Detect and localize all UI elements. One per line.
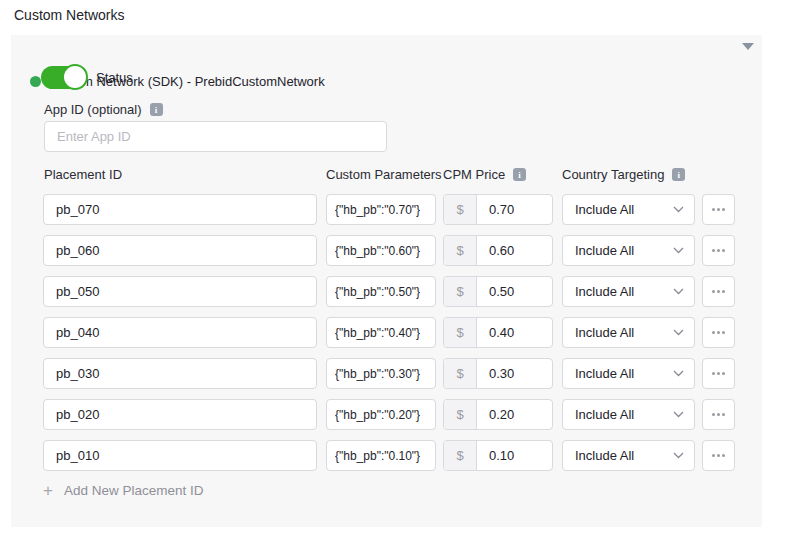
placement-row: $ Include All bbox=[43, 440, 735, 471]
chevron-down-icon bbox=[673, 206, 684, 213]
info-icon[interactable]: i bbox=[672, 168, 685, 181]
appid-label-row: App ID (optional) i bbox=[44, 102, 163, 117]
plus-icon: + bbox=[43, 482, 53, 499]
row-actions-button[interactable] bbox=[702, 276, 735, 307]
chevron-down-icon bbox=[673, 247, 684, 254]
placement-id-input[interactable] bbox=[43, 317, 317, 348]
currency-symbol: $ bbox=[444, 400, 477, 429]
ellipsis-icon bbox=[712, 249, 715, 252]
country-targeting-value: Include All bbox=[575, 202, 673, 217]
ellipsis-icon bbox=[712, 331, 715, 334]
cpm-price-input[interactable] bbox=[477, 441, 552, 470]
placement-row: $ Include All bbox=[43, 235, 735, 266]
custom-parameters-input[interactable] bbox=[326, 440, 436, 471]
placement-id-input[interactable] bbox=[43, 235, 317, 266]
currency-symbol: $ bbox=[444, 318, 477, 347]
currency-symbol: $ bbox=[444, 195, 477, 224]
country-targeting-select[interactable]: Include All bbox=[562, 235, 695, 266]
country-targeting-value: Include All bbox=[575, 243, 673, 258]
custom-parameters-input[interactable] bbox=[326, 276, 436, 307]
page-title: Custom Networks bbox=[14, 7, 124, 23]
custom-parameters-input[interactable] bbox=[326, 358, 436, 389]
custom-parameters-input[interactable] bbox=[326, 194, 436, 225]
country-targeting-select[interactable]: Include All bbox=[562, 317, 695, 348]
chevron-down-icon bbox=[673, 370, 684, 377]
country-targeting-value: Include All bbox=[575, 366, 673, 381]
placement-rows: $ Include All $ Include All bbox=[43, 194, 735, 481]
placement-id-input[interactable] bbox=[43, 194, 317, 225]
country-targeting-select[interactable]: Include All bbox=[562, 194, 695, 225]
cpm-price-input[interactable] bbox=[477, 359, 552, 388]
collapse-chevron-icon[interactable] bbox=[742, 43, 754, 50]
ellipsis-icon bbox=[712, 372, 715, 375]
country-targeting-select[interactable]: Include All bbox=[562, 276, 695, 307]
currency-symbol: $ bbox=[444, 236, 477, 265]
cpm-price-input[interactable] bbox=[477, 236, 552, 265]
cpm-price-input[interactable] bbox=[477, 318, 552, 347]
status-toggle-label: Status bbox=[96, 70, 133, 85]
currency-symbol: $ bbox=[444, 277, 477, 306]
add-new-placement-button[interactable]: + Add New Placement ID bbox=[43, 482, 204, 499]
custom-parameters-input[interactable] bbox=[326, 399, 436, 430]
placement-id-input[interactable] bbox=[43, 440, 317, 471]
custom-network-card: Custom Network (SDK) - PrebidCustomNetwo… bbox=[11, 35, 762, 527]
row-actions-button[interactable] bbox=[702, 440, 735, 471]
ellipsis-icon bbox=[712, 290, 715, 293]
country-targeting-select[interactable]: Include All bbox=[562, 358, 695, 389]
placement-id-input[interactable] bbox=[43, 276, 317, 307]
network-status-dot bbox=[30, 76, 41, 87]
country-targeting-value: Include All bbox=[575, 407, 673, 422]
column-header-country-targeting: Country Targeting bbox=[562, 167, 664, 182]
app-id-input[interactable] bbox=[44, 121, 387, 152]
status-toggle-row: Status bbox=[41, 66, 133, 89]
cpm-price-input[interactable] bbox=[477, 400, 552, 429]
currency-symbol: $ bbox=[444, 359, 477, 388]
info-icon[interactable]: i bbox=[513, 168, 526, 181]
toggle-knob bbox=[62, 64, 88, 90]
row-actions-button[interactable] bbox=[702, 235, 735, 266]
ellipsis-icon bbox=[712, 208, 715, 211]
cpm-price-input[interactable] bbox=[477, 277, 552, 306]
info-icon[interactable]: i bbox=[150, 103, 163, 116]
column-header-cpm-price: CPM Price bbox=[443, 167, 505, 182]
placement-id-input[interactable] bbox=[43, 399, 317, 430]
row-actions-button[interactable] bbox=[702, 399, 735, 430]
custom-parameters-input[interactable] bbox=[326, 235, 436, 266]
chevron-down-icon bbox=[673, 329, 684, 336]
ellipsis-icon bbox=[712, 413, 715, 416]
appid-label: App ID (optional) bbox=[44, 102, 142, 117]
ellipsis-icon bbox=[712, 454, 715, 457]
column-header-custom-parameters: Custom Parameters bbox=[326, 167, 442, 182]
add-new-placement-label: Add New Placement ID bbox=[64, 483, 204, 498]
row-actions-button[interactable] bbox=[702, 317, 735, 348]
placement-id-input[interactable] bbox=[43, 358, 317, 389]
currency-symbol: $ bbox=[444, 441, 477, 470]
country-targeting-select[interactable]: Include All bbox=[562, 399, 695, 430]
row-actions-button[interactable] bbox=[702, 358, 735, 389]
network-header: Custom Network (SDK) - PrebidCustomNetwo… bbox=[30, 73, 732, 89]
chevron-down-icon bbox=[673, 288, 684, 295]
row-actions-button[interactable] bbox=[702, 194, 735, 225]
placement-row: $ Include All bbox=[43, 276, 735, 307]
chevron-down-icon bbox=[673, 411, 684, 418]
country-targeting-select[interactable]: Include All bbox=[562, 440, 695, 471]
placement-row: $ Include All bbox=[43, 317, 735, 348]
placement-row: $ Include All bbox=[43, 358, 735, 389]
status-toggle[interactable] bbox=[41, 66, 83, 89]
placement-row: $ Include All bbox=[43, 194, 735, 225]
column-header-placement-id: Placement ID bbox=[44, 167, 122, 182]
country-targeting-value: Include All bbox=[575, 284, 673, 299]
placement-row: $ Include All bbox=[43, 399, 735, 430]
cpm-price-input[interactable] bbox=[477, 195, 552, 224]
country-targeting-value: Include All bbox=[575, 325, 673, 340]
custom-parameters-input[interactable] bbox=[326, 317, 436, 348]
country-targeting-value: Include All bbox=[575, 448, 673, 463]
chevron-down-icon bbox=[673, 452, 684, 459]
